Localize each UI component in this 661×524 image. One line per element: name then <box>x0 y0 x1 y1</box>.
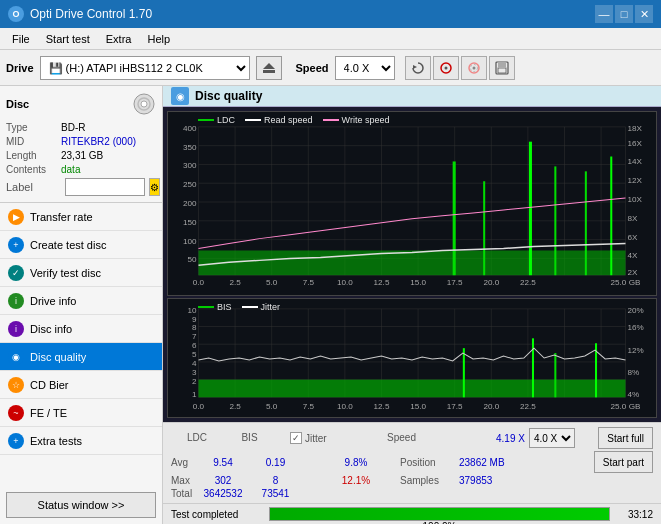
avg-bis: 0.19 <box>253 457 298 468</box>
speed-select-stats[interactable]: 4.0 X 2.0 X <box>529 428 575 448</box>
bis-color <box>198 306 214 308</box>
eject-icon <box>262 61 276 75</box>
read-speed-legend: Read speed <box>245 115 313 125</box>
speed-select[interactable]: 4.0 X 2.0 X 1.0 X <box>335 56 395 80</box>
stats-area: LDC BIS ✓ Jitter Speed 4.19 X 4.0 X 2.0 … <box>163 422 661 503</box>
svg-rect-93 <box>463 348 465 397</box>
svg-text:0.0: 0.0 <box>193 278 205 287</box>
bis-legend: BIS <box>198 302 232 312</box>
read-speed-color <box>245 119 261 121</box>
svg-text:5.0: 5.0 <box>266 402 278 411</box>
svg-text:6X: 6X <box>628 233 639 242</box>
toolbar-disc-button[interactable] <box>433 56 459 80</box>
svg-rect-37 <box>199 250 626 275</box>
speed-label: Speed <box>296 62 329 74</box>
nav-verify-test-disc[interactable]: ✓ Verify test disc <box>0 259 162 287</box>
quality-title: Disc quality <box>195 89 262 103</box>
svg-text:5: 5 <box>192 350 197 359</box>
nav-create-test-disc[interactable]: + Create test disc <box>0 231 162 259</box>
svg-text:10X: 10X <box>628 195 643 204</box>
start-part-button[interactable]: Start part <box>594 451 653 473</box>
left-panel: Disc Type BD-R MID RITEKBR2 (000) Length… <box>0 86 163 524</box>
elapsed-time: 33:12 <box>618 509 653 520</box>
nav-drive-info[interactable]: i Drive info <box>0 287 162 315</box>
maximize-button[interactable]: □ <box>615 5 633 23</box>
svg-text:300: 300 <box>183 161 197 170</box>
read-speed-label: Read speed <box>264 115 313 125</box>
nav-cd-bier-label: CD Bier <box>30 379 69 391</box>
svg-text:4X: 4X <box>628 251 639 260</box>
samples-value: 379853 <box>459 475 514 486</box>
svg-text:22.5: 22.5 <box>520 278 536 287</box>
status-window-button[interactable]: Status window >> <box>6 492 156 518</box>
max-bis: 8 <box>253 475 298 486</box>
svg-text:0.0: 0.0 <box>193 402 205 411</box>
start-full-button[interactable]: Start full <box>598 427 653 449</box>
avg-ldc: 9.54 <box>197 457 249 468</box>
menu-start-test[interactable]: Start test <box>38 31 98 47</box>
svg-text:15.0: 15.0 <box>410 278 426 287</box>
menu-file[interactable]: File <box>4 31 38 47</box>
cd-bier-icon: ☆ <box>8 377 24 393</box>
label-input[interactable] <box>65 178 145 196</box>
disc-info-icon: i <box>8 321 24 337</box>
svg-text:20.0: 20.0 <box>483 278 499 287</box>
svg-text:12X: 12X <box>628 176 643 185</box>
drive-info-icon: i <box>8 293 24 309</box>
svg-text:16X: 16X <box>628 139 643 148</box>
length-value: 23,31 GB <box>61 150 103 161</box>
nav-disc-quality[interactable]: ◉ Disc quality <box>0 343 162 371</box>
label-edit-button[interactable]: ⚙ <box>149 178 160 196</box>
progress-bar: 100.0% <box>269 507 610 521</box>
status-text: Test completed <box>171 509 261 520</box>
jitter-checkbox-area: ✓ Jitter <box>290 432 370 444</box>
svg-text:17.5: 17.5 <box>447 402 463 411</box>
svg-marker-2 <box>413 65 417 69</box>
main-content: Disc Type BD-R MID RITEKBR2 (000) Length… <box>0 86 661 524</box>
quality-header: ◉ Disc quality <box>163 86 661 107</box>
toolbar-refresh-button[interactable] <box>405 56 431 80</box>
drive-select[interactable]: 💾 (H:) ATAPI iHBS112 2 CL0K <box>40 56 250 80</box>
svg-text:10: 10 <box>187 306 197 315</box>
nav-cd-bier[interactable]: ☆ CD Bier <box>0 371 162 399</box>
samples-label: Samples <box>400 475 455 486</box>
app-icon: O <box>8 6 24 22</box>
svg-text:4: 4 <box>192 359 197 368</box>
top-chart: LDC Read speed Write speed <box>167 111 657 296</box>
svg-text:22.5: 22.5 <box>520 402 536 411</box>
progress-fill <box>270 508 609 520</box>
svg-rect-38 <box>453 161 456 275</box>
nav-verify-test-disc-label: Verify test disc <box>30 267 101 279</box>
mid-value: RITEKBR2 (000) <box>61 136 136 147</box>
svg-text:5.0: 5.0 <box>266 278 278 287</box>
svg-text:10.0: 10.0 <box>337 278 353 287</box>
disc-quality-icon: ◉ <box>8 349 24 365</box>
menu-extra[interactable]: Extra <box>98 31 140 47</box>
toolbar-save-button[interactable] <box>489 56 515 80</box>
label-label: Label <box>6 181 61 193</box>
menu-help[interactable]: Help <box>139 31 178 47</box>
svg-rect-43 <box>610 157 612 276</box>
svg-text:3: 3 <box>192 368 197 377</box>
nav-disc-info[interactable]: i Disc info <box>0 315 162 343</box>
max-jitter: 12.1% <box>316 475 396 486</box>
nav-extra-tests[interactable]: + Extra tests <box>0 427 162 455</box>
svg-text:18X: 18X <box>628 124 643 133</box>
nav-fe-te[interactable]: ~ FE / TE <box>0 399 162 427</box>
svg-text:2.5: 2.5 <box>229 278 241 287</box>
nav-items: ▶ Transfer rate + Create test disc ✓ Ver… <box>0 203 162 486</box>
bottom-chart: BIS Jitter <box>167 298 657 418</box>
svg-text:8: 8 <box>192 324 197 333</box>
top-chart-legend: LDC Read speed Write speed <box>198 115 389 125</box>
nav-transfer-rate[interactable]: ▶ Transfer rate <box>0 203 162 231</box>
jitter-checkbox[interactable]: ✓ <box>290 432 302 444</box>
close-button[interactable]: ✕ <box>635 5 653 23</box>
minimize-button[interactable]: — <box>595 5 613 23</box>
total-bis: 73541 <box>253 488 298 499</box>
eject-button[interactable] <box>256 56 282 80</box>
svg-point-4 <box>444 66 447 69</box>
toolbar-burn-button[interactable] <box>461 56 487 80</box>
svg-rect-42 <box>585 171 587 275</box>
drive-bar: Drive 💾 (H:) ATAPI iHBS112 2 CL0K Speed … <box>0 50 661 86</box>
svg-text:2.5: 2.5 <box>229 402 241 411</box>
